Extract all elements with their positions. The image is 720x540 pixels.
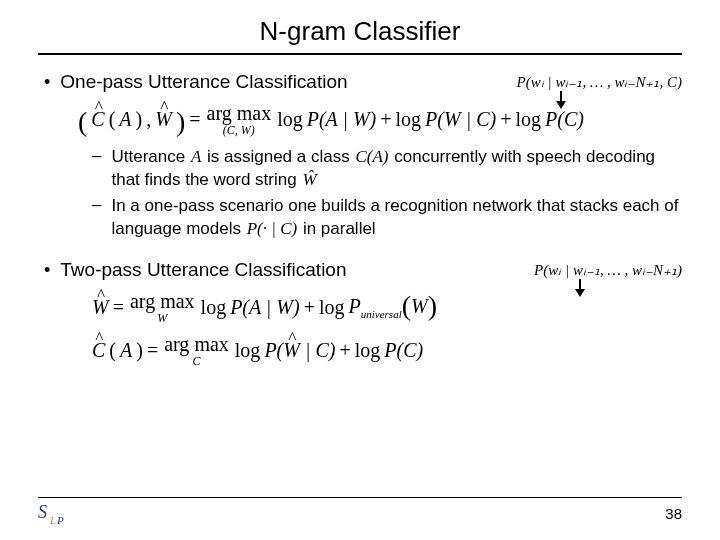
sub-bullet: – In a one-pass scenario one builds a re… — [92, 195, 682, 241]
equation-one-pass: ( C (A) , W ) = arg max (C, W) log P(A |… — [78, 103, 682, 136]
bullet-two-pass: • Two-pass Utterance Classification P(wᵢ… — [44, 259, 682, 281]
footer-rule — [38, 497, 682, 498]
page-number: 38 — [665, 505, 682, 522]
tail-formula-1: P(wᵢ | wᵢ₋₁, … , wᵢ₋N₊₁, C) — [517, 73, 682, 91]
bullet-text: Two-pass Utterance Classification — [60, 259, 346, 281]
argmax: arg max C — [164, 334, 229, 367]
equation-two-pass-2: C(A) = arg max C log P(W | C) + log P(C) — [92, 334, 682, 367]
svg-text:S: S — [38, 502, 47, 522]
svg-text:P: P — [56, 514, 64, 526]
logo-slp: S L P — [38, 500, 72, 530]
bullet-text: One-pass Utterance Classification — [60, 71, 347, 93]
svg-text:L: L — [49, 514, 56, 526]
bullet-one-pass: • One-pass Utterance Classification P(wᵢ… — [44, 71, 682, 93]
sub-bullet: – Utterance A is assigned a class C(A) c… — [92, 146, 682, 192]
bullet-dot: • — [44, 73, 50, 91]
argmax: arg max W — [130, 291, 195, 324]
tail-formula-2: P(wᵢ | wᵢ₋₁, … , wᵢ₋N₊₁) — [534, 261, 682, 279]
slide-title: N-gram Classifier — [38, 16, 682, 47]
arrow-down-icon — [557, 91, 565, 109]
equation-two-pass-1: W = arg max W log P(A | W) + log Puniver… — [92, 291, 682, 324]
dash-icon: – — [92, 195, 101, 241]
argmax: arg max (C, W) — [207, 103, 272, 136]
arrow-down-icon — [576, 279, 584, 297]
slide: N-gram Classifier • One-pass Utterance C… — [0, 0, 720, 540]
title-rule — [38, 53, 682, 55]
dash-icon: – — [92, 146, 101, 192]
bullet-dot: • — [44, 261, 50, 279]
sub-bullets-1: – Utterance A is assigned a class C(A) c… — [92, 146, 682, 241]
